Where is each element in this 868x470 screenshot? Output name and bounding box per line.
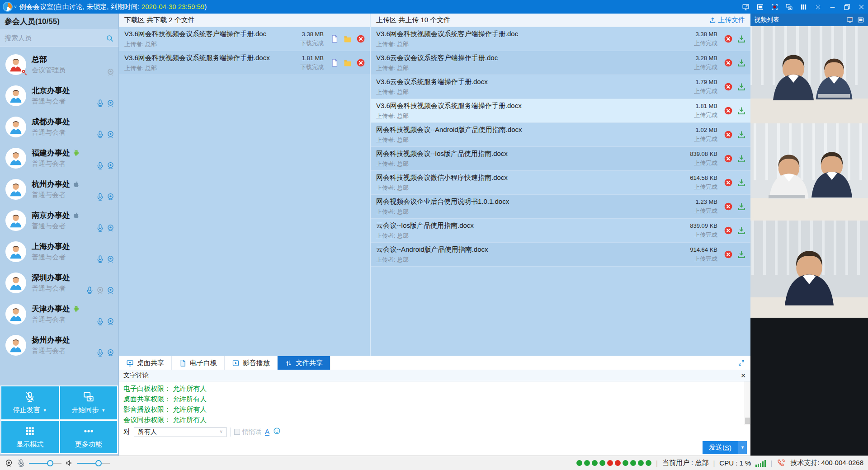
chat-scrollbar-thumb[interactable] [745,418,750,424]
screen-share-icon[interactable] [741,3,750,11]
delete-icon[interactable] [724,202,733,211]
tab-桌面共享[interactable]: 桌面共享 [119,356,172,370]
speaker-volume-thumb[interactable] [95,460,102,466]
delete-icon[interactable] [724,130,733,139]
action-button-显示模式[interactable]: 显示模式 [1,421,59,454]
download-icon[interactable] [737,154,746,163]
download-icon[interactable] [737,34,746,43]
presentation-icon[interactable] [756,3,764,11]
participant-row[interactable]: 上海办事处 普通与会者 [0,236,118,267]
camera-icon[interactable] [106,161,115,170]
settings-gear-icon[interactable] [814,3,822,11]
file-row[interactable]: 网会视频会议企业后台使用说明书1.0.1.docx 上传者: 总部 1.23 M… [371,195,750,219]
open-folder-icon[interactable] [343,58,352,67]
camera-icon[interactable] [106,348,115,357]
file-row[interactable]: 网会科技视频会议微信小程序快速指南.docx 上传者: 总部 614.58 KB… [371,171,750,195]
download-icon[interactable] [737,202,746,211]
webcam-icon[interactable] [5,459,13,467]
delete-icon[interactable] [724,34,733,43]
download-icon[interactable] [737,178,746,187]
chat-close-icon[interactable]: ✕ [741,372,746,379]
checkbox-icon[interactable] [234,429,240,435]
action-button-停止发言[interactable]: 停止发言▼ [1,386,59,419]
participant-row[interactable]: 南京办事处 普通与会者 [0,205,118,236]
tab-影音播放[interactable]: 影音播放 [225,356,278,370]
action-button-开始同步[interactable]: 开始同步▼ [60,386,118,419]
font-button[interactable]: A [265,428,269,436]
participant-row[interactable]: 深圳办事处 普通与会者 [0,267,118,298]
tab-文件共享[interactable]: 文件共享 [278,356,330,370]
sync-screens-icon[interactable] [785,3,793,11]
video-thumbnail[interactable] [750,221,868,318]
restore-icon[interactable] [843,3,851,11]
participant-row[interactable]: 杭州办事处 普通与会者 [0,174,118,205]
camera-icon[interactable] [106,99,115,108]
video-source-icon[interactable] [846,16,854,24]
download-icon[interactable] [737,58,746,67]
delete-icon[interactable] [724,154,733,163]
camera-icon[interactable] [96,286,104,295]
file-row[interactable]: 网会科技视频会议--Ios版产品使用指南.docx 上传者: 总部 839.08… [371,147,750,171]
emoji-button[interactable] [273,427,281,437]
minimize-icon[interactable] [828,3,836,11]
tab-电子白板[interactable]: 电子白板 [172,356,225,370]
mic-icon[interactable] [96,348,104,357]
download-icon[interactable] [737,250,746,259]
mic-icon[interactable] [85,286,94,295]
download-icon[interactable] [737,226,746,235]
participant-row[interactable]: 天津办事处 普通与会者 [0,298,118,329]
send-dropdown-button[interactable]: ▼ [738,441,747,454]
file-row[interactable]: V3.6云会议会议系统客户端操作手册.doc 上传者: 总部 3.28 MB 上… [371,51,750,75]
mic-icon[interactable] [96,161,104,170]
participant-row[interactable]: 福建办事处 普通与会者 [0,142,118,174]
participant-row[interactable]: 成都办事处 普通与会者 [0,111,118,142]
download-icon[interactable] [737,130,746,139]
delete-icon[interactable] [356,34,365,43]
camera-icon[interactable] [106,317,115,326]
delete-icon[interactable] [724,178,733,187]
camera-icon[interactable] [106,130,115,139]
participant-row[interactable]: 总部 会议管理员 [0,49,118,80]
delete-icon[interactable] [724,226,733,235]
video-thumbnail[interactable] [750,123,868,221]
camera-icon[interactable] [106,255,115,263]
mic-icon[interactable] [96,255,104,263]
search-input[interactable]: 搜索人员 [0,30,118,47]
delete-icon[interactable] [724,250,733,259]
delete-icon[interactable] [356,58,365,67]
file-row[interactable]: V3.6网会科技视频会议系统客户端操作手册.doc 上传者: 总部 3.38 M… [371,27,750,51]
expand-fullscreen-icon[interactable] [732,356,750,370]
speaker-volume-slider[interactable] [77,460,110,466]
participant-row[interactable]: 北京办事处 普通与会者 [0,80,118,111]
file-row[interactable]: V3.6云会议系统服务端操作手册.docx 上传者: 总部 1.79 MB 上传… [371,75,750,99]
mic-icon[interactable] [96,193,104,201]
participant-row[interactable]: 扬州办事处 普通与会者 [0,329,118,361]
speaker-icon[interactable] [65,459,74,467]
file-row[interactable]: V3.6网会科技视频会议系统客户端操作手册.doc 上传者: 总部 3.38 M… [119,27,370,51]
download-icon[interactable] [737,106,746,115]
open-file-icon[interactable] [330,58,339,67]
chevron-down-icon[interactable]: ˅ [14,5,17,9]
delete-icon[interactable] [724,82,733,91]
grid-icon[interactable] [799,3,807,11]
whisper-checkbox[interactable]: 悄悄话 [234,428,261,436]
file-row[interactable]: V3.6网会科技视频会议系统服务端操作手册.docx 上传者: 总部 1.81 … [119,51,370,75]
search-icon[interactable] [106,34,114,42]
mic-volume-thumb[interactable] [47,460,53,466]
camera-icon[interactable] [106,68,115,76]
video-layout-icon[interactable] [857,16,864,24]
file-row[interactable]: 网会科技视频会议--Android版产品使用指南.docx 上传者: 总部 1.… [371,123,750,147]
mic-volume-slider[interactable] [29,460,61,466]
delete-icon[interactable] [724,106,733,115]
app-logo-icon[interactable] [3,2,13,12]
message-compose-area[interactable]: 发送(S) ▼ [119,438,750,456]
delete-icon[interactable] [724,58,733,67]
mic-icon[interactable] [96,224,104,232]
open-file-icon[interactable] [330,34,339,43]
record-icon[interactable] [770,3,778,11]
mic-icon[interactable] [96,99,104,108]
upload-file-button[interactable]: 上传文件 [709,16,745,24]
camera-icon[interactable] [106,224,115,232]
video-thumbnail[interactable] [750,26,868,123]
mic-icon[interactable] [96,317,104,326]
